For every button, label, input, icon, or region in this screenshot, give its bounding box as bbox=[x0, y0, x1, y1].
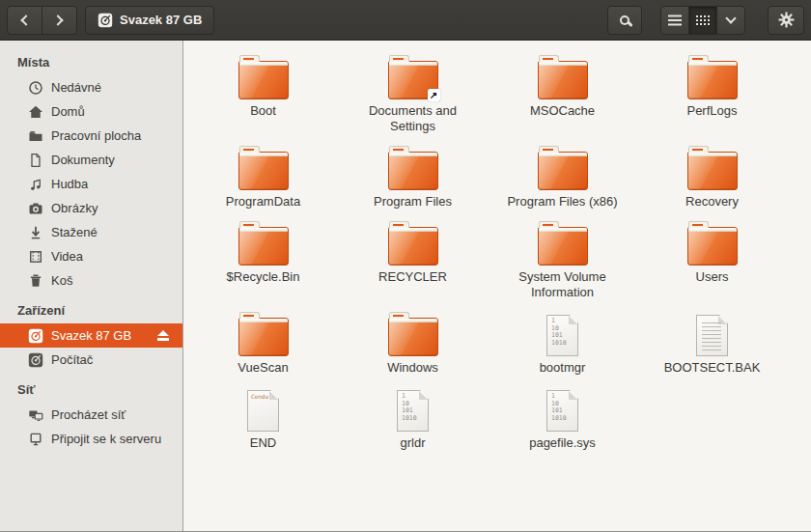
file-name: Documents and Settings bbox=[356, 103, 470, 134]
settings-button[interactable] bbox=[768, 6, 804, 35]
text-preview-file-icon: Condu bbox=[247, 390, 279, 432]
sidebar-item-pripojit-se-k-serveru[interactable]: Připojit se k serveru bbox=[0, 427, 182, 451]
folder-icon bbox=[388, 152, 438, 190]
file-name: END bbox=[250, 435, 276, 451]
grid-view-button[interactable] bbox=[688, 6, 717, 35]
grid-view-icon bbox=[696, 15, 698, 17]
file-item-recovery[interactable]: Recovery bbox=[637, 143, 787, 210]
folder-icon bbox=[238, 227, 289, 266]
sidebar-item-domu[interactable]: Domů bbox=[0, 99, 182, 124]
file-item-end[interactable]: ConduEND bbox=[188, 384, 338, 451]
sidebar-item-kos[interactable]: Koš bbox=[0, 268, 182, 293]
folder-icon bbox=[538, 152, 588, 190]
back-icon bbox=[20, 14, 31, 25]
symlink-folder-icon: ↗ bbox=[388, 61, 438, 99]
chevron-down-icon bbox=[725, 13, 736, 23]
sidebar-item-nedavne[interactable]: Nedávné bbox=[0, 75, 182, 99]
folder-icon bbox=[238, 318, 289, 356]
file-item-programdata[interactable]: ProgramData bbox=[188, 143, 338, 210]
file-name: VueScan bbox=[238, 360, 288, 376]
file-item-recycler[interactable]: RECYCLER bbox=[338, 218, 488, 285]
sidebar-item-obrazky[interactable]: Obrázky bbox=[0, 196, 182, 220]
toolbar: Svazek 87 GB bbox=[0, 0, 811, 41]
drive-icon bbox=[27, 351, 43, 368]
file-name: RECYCLER bbox=[378, 269, 447, 285]
file-grid-row: ProgramDataProgram FilesProgram Files (x… bbox=[188, 143, 811, 210]
view-options-button[interactable] bbox=[716, 6, 745, 35]
folder-icon bbox=[388, 227, 438, 266]
sidebar-item-svazek-87-gb[interactable]: Svazek 87 GB bbox=[0, 323, 182, 348]
binary-preview-text: 1101011010 bbox=[551, 393, 567, 422]
search-button[interactable] bbox=[607, 6, 642, 35]
binary-file-icon: 1101011010 bbox=[546, 390, 578, 432]
file-item-vuescan[interactable]: VueScan bbox=[188, 309, 338, 376]
eject-icon[interactable] bbox=[157, 330, 169, 341]
sidebar-section-zarizeni: Zařízení bbox=[0, 293, 182, 323]
forward-button[interactable] bbox=[42, 6, 77, 35]
file-item-boot[interactable]: Boot bbox=[188, 52, 338, 119]
sidebar-item-label: Připojit se k serveru bbox=[51, 432, 161, 446]
gear-icon bbox=[778, 12, 795, 28]
file-item-documents-and-settings[interactable]: ↗Documents and Settings bbox=[338, 52, 488, 134]
file-item-program-files-x86[interactable]: Program Files (x86) bbox=[488, 143, 637, 210]
list-view-button[interactable] bbox=[660, 6, 689, 35]
file-item-windows[interactable]: Windows bbox=[338, 309, 488, 376]
file-item-pagefile-sys[interactable]: 1101011010pagefile.sys bbox=[488, 384, 637, 451]
sidebar-item-label: Svazek 87 GB bbox=[51, 328, 131, 343]
sidebar-item-dokumenty[interactable]: Dokumenty bbox=[0, 148, 182, 172]
server-icon bbox=[27, 431, 43, 447]
file-item-system-volume-information[interactable]: System Volume Information bbox=[488, 218, 637, 300]
folder-icon bbox=[538, 227, 588, 266]
sidebar-section-mista: Místa bbox=[0, 44, 182, 75]
file-grid-row: ConduEND1101011010grldr1101011010pagefil… bbox=[188, 384, 811, 451]
file-name: grldr bbox=[400, 435, 425, 451]
file-grid-row: Boot↗Documents and SettingsMSOCachePerfL… bbox=[188, 52, 811, 134]
file-name: Users bbox=[696, 269, 729, 285]
sidebar-item-label: Stažené bbox=[51, 225, 98, 239]
music-icon bbox=[27, 176, 43, 192]
file-item-bootmgr[interactable]: 1101011010bootmgr bbox=[488, 309, 637, 376]
file-item-perflogs[interactable]: PerfLogs bbox=[637, 52, 787, 119]
sidebar-item-label: Nedávné bbox=[51, 80, 101, 95]
folder-icon bbox=[687, 227, 738, 266]
folder-icon bbox=[238, 152, 289, 190]
file-name: bootmgr bbox=[540, 360, 586, 376]
file-item-grldr[interactable]: 1101011010grldr bbox=[338, 384, 488, 451]
sidebar-item-prochazet-sit[interactable]: Procházet síť bbox=[0, 403, 182, 427]
sidebar-item-label: Dokumenty bbox=[51, 153, 115, 167]
file-name: BOOTSECT.BAK bbox=[664, 360, 761, 376]
sidebar-item-label: Procházet síť bbox=[51, 407, 126, 422]
location-button[interactable]: Svazek 87 GB bbox=[85, 6, 214, 35]
file-item-msocache[interactable]: MSOCache bbox=[488, 52, 637, 119]
sidebar-section-sit: Síť bbox=[0, 372, 182, 403]
file-preview-text: Condu bbox=[251, 393, 268, 401]
file-item-users[interactable]: Users bbox=[637, 218, 787, 285]
home-icon bbox=[27, 103, 43, 120]
file-name: Recovery bbox=[685, 194, 739, 210]
file-manager-window: Svazek 87 GB MístaNedávnéDomůPracovní pl… bbox=[0, 0, 811, 532]
sidebar-item-label: Hudba bbox=[51, 177, 88, 191]
file-item-bootsect-bak[interactable]: BOOTSECT.BAK bbox=[637, 309, 787, 376]
back-button[interactable] bbox=[7, 6, 42, 35]
sidebar-item-videa[interactable]: Videa bbox=[0, 244, 182, 268]
folder-icon bbox=[388, 318, 438, 356]
file-item-program-files[interactable]: Program Files bbox=[338, 143, 488, 210]
forward-icon bbox=[52, 14, 63, 25]
clock-icon bbox=[27, 79, 43, 96]
file-name: ProgramData bbox=[226, 194, 300, 210]
sidebar-item-stazene[interactable]: Stažené bbox=[0, 220, 182, 244]
file-grid-row: VueScanWindows1101011010bootmgrBOOTSECT.… bbox=[188, 309, 811, 376]
search-icon bbox=[620, 15, 629, 25]
binary-preview-text: 1101011010 bbox=[551, 318, 567, 347]
sidebar-item-pracovni-plocha[interactable]: Pracovní plocha bbox=[0, 124, 182, 148]
file-item-recycle-bin[interactable]: $Recycle.Bin bbox=[188, 218, 338, 285]
folder-icon bbox=[538, 61, 588, 99]
file-name: Program Files bbox=[374, 194, 452, 210]
file-grid: Boot↗Documents and SettingsMSOCachePerfL… bbox=[183, 41, 811, 531]
navigation-buttons bbox=[7, 6, 77, 35]
drive-icon bbox=[27, 327, 43, 344]
sidebar-item-hudba[interactable]: Hudba bbox=[0, 172, 182, 196]
sidebar-item-pocitac[interactable]: Počítač bbox=[0, 348, 182, 372]
text-file-icon bbox=[696, 315, 728, 356]
window-body: MístaNedávnéDomůPracovní plochaDokumenty… bbox=[0, 41, 811, 531]
